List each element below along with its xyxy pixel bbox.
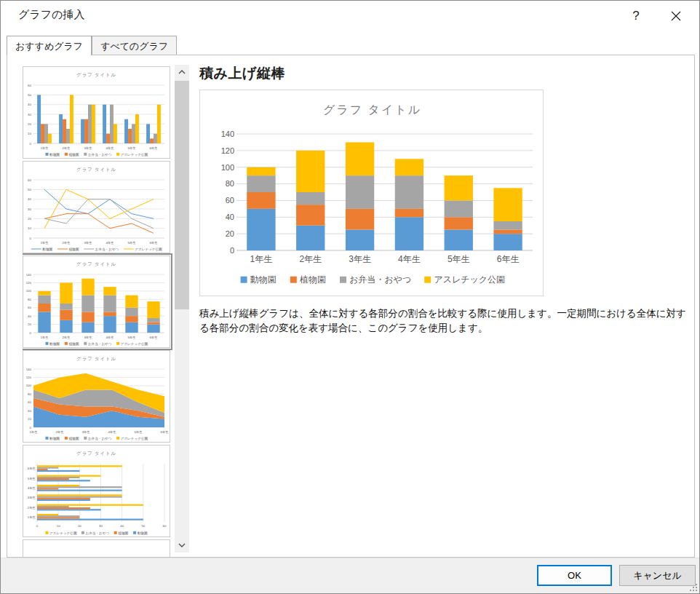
svg-text:0: 0 [30, 426, 32, 429]
svg-text:グラフ タイトル: グラフ タイトル [76, 72, 116, 77]
svg-text:20: 20 [226, 229, 234, 238]
preview-pane: 積み上げ縦棒 グラフ タイトル0204060801001201401年生2年生3… [199, 64, 691, 336]
svg-text:アスレチック公園: アスレチック公園 [121, 437, 148, 440]
svg-text:60: 60 [28, 178, 31, 182]
chart-thumbnail-clustered-column[interactable]: グラフ タイトル01020304050601年生2年生3年生4年生5年生6年生動… [23, 66, 170, 159]
svg-text:植物園: 植物園 [69, 341, 79, 346]
svg-text:10: 10 [28, 132, 31, 135]
dialog-title: グラフの挿入 [18, 8, 84, 22]
svg-text:40: 40 [120, 524, 124, 528]
tab-recommended-charts[interactable]: おすすめグラフ [7, 36, 92, 55]
svg-text:6年生: 6年生 [497, 254, 520, 264]
svg-text:0: 0 [30, 331, 32, 335]
svg-text:10: 10 [28, 226, 31, 230]
chart-thumbnail-clustered-bar[interactable]: グラフ タイトル01020304050601年生2年生3年生4年生5年生6年生ア… [23, 445, 170, 537]
svg-text:3年生: 3年生 [84, 146, 92, 150]
svg-text:4年生: 4年生 [398, 254, 421, 264]
svg-text:植物園: 植物園 [69, 152, 79, 157]
svg-text:40: 40 [28, 197, 31, 201]
svg-text:1年生: 1年生 [28, 515, 36, 519]
svg-text:5年生: 5年生 [134, 430, 143, 434]
svg-text:60: 60 [28, 400, 31, 404]
svg-text:お弁当・おやつ: お弁当・おやつ [88, 437, 112, 440]
tab-all-charts[interactable]: すべてのグラフ [92, 36, 177, 55]
svg-text:0: 0 [36, 524, 39, 528]
svg-text:植物園: 植物園 [69, 436, 79, 441]
svg-text:6年生: 6年生 [149, 336, 158, 339]
svg-text:50: 50 [28, 188, 31, 191]
svg-text:40: 40 [28, 103, 31, 106]
svg-text:10: 10 [57, 524, 60, 528]
svg-text:1年生: 1年生 [250, 254, 273, 264]
svg-text:20: 20 [28, 122, 31, 126]
svg-text:グラフ タイトル: グラフ タイトル [76, 356, 116, 361]
svg-text:動物園: 動物園 [49, 341, 60, 346]
resize-grip[interactable] [688, 582, 699, 593]
svg-text:グラフ タイトル: グラフ タイトル [323, 103, 421, 116]
svg-text:80: 80 [28, 392, 31, 396]
svg-text:アスレチック公園: アスレチック公園 [121, 153, 148, 157]
chart-thumbnail-partial[interactable] [23, 539, 170, 557]
scrollbar-thumb[interactable] [175, 81, 189, 309]
chevron-up-icon [178, 70, 186, 74]
chart-preview: グラフ タイトル0204060801001201401年生2年生3年生4年生5年… [199, 90, 544, 296]
svg-text:140: 140 [221, 130, 234, 138]
cancel-button[interactable]: キャンセル [619, 565, 696, 586]
svg-text:1年生: 1年生 [40, 146, 49, 150]
svg-text:4年生: 4年生 [28, 486, 36, 490]
svg-text:お弁当・おやつ: お弁当・おやつ [88, 153, 112, 157]
ok-button[interactable]: OK [537, 565, 612, 586]
close-button[interactable] [659, 1, 693, 31]
svg-text:3年生: 3年生 [84, 336, 92, 339]
svg-text:20: 20 [28, 217, 31, 221]
svg-text:植物園: 植物園 [69, 247, 79, 252]
svg-text:2年生: 2年生 [62, 146, 71, 150]
chart-thumbnail-stacked-column[interactable]: グラフ タイトル0204060801001201401年生2年生3年生4年生5年… [23, 256, 170, 348]
title-bar: グラフの挿入 ? [1, 1, 699, 34]
svg-text:60: 60 [28, 306, 31, 309]
chart-thumbnail-line[interactable]: グラフ タイトル01020304050601年生2年生3年生4年生5年生6年生動… [23, 161, 170, 253]
svg-text:5年生: 5年生 [127, 241, 136, 245]
svg-text:グラフ タイトル: グラフ タイトル [76, 451, 116, 456]
svg-text:5年生: 5年生 [127, 336, 136, 339]
svg-text:4年生: 4年生 [106, 241, 114, 245]
svg-text:40: 40 [28, 314, 31, 318]
scroll-down-button[interactable] [175, 538, 189, 553]
svg-text:4年生: 4年生 [106, 146, 114, 150]
svg-text:お弁当・おやつ: お弁当・おやつ [349, 274, 411, 285]
svg-text:3年生: 3年生 [349, 254, 371, 264]
svg-text:1年生: 1年生 [29, 430, 38, 434]
svg-text:80: 80 [226, 179, 234, 188]
svg-text:植物園: 植物園 [299, 274, 326, 285]
svg-text:3年生: 3年生 [84, 241, 92, 245]
svg-text:お弁当・おやつ: お弁当・おやつ [88, 342, 112, 346]
svg-text:グラフ タイトル: グラフ タイトル [76, 261, 116, 266]
scroll-up-button[interactable] [175, 65, 189, 79]
svg-text:40: 40 [28, 409, 31, 413]
svg-text:4年生: 4年生 [108, 430, 116, 434]
svg-text:30: 30 [28, 113, 31, 116]
svg-text:120: 120 [26, 281, 32, 285]
svg-text:アスレチック公園: アスレチック公園 [121, 342, 148, 346]
chevron-down-icon [178, 543, 186, 547]
svg-text:動物園: 動物園 [250, 274, 277, 285]
svg-text:100: 100 [221, 163, 234, 172]
svg-text:4年生: 4年生 [106, 336, 114, 339]
chart-type-heading: 積み上げ縦棒 [199, 64, 691, 83]
svg-text:1年生: 1年生 [40, 336, 49, 339]
svg-text:アスレチック公園: アスレチック公園 [434, 274, 505, 285]
dialog-footer: OK キャンセル [1, 558, 700, 594]
help-button[interactable]: ? [619, 1, 653, 31]
svg-text:1年生: 1年生 [40, 241, 49, 245]
svg-text:0: 0 [30, 237, 32, 240]
svg-text:0: 0 [30, 142, 32, 146]
svg-text:30: 30 [28, 207, 31, 211]
svg-text:20: 20 [28, 322, 31, 326]
svg-text:動物園: 動物園 [42, 247, 52, 252]
svg-text:2年生: 2年生 [28, 506, 36, 510]
svg-text:3年生: 3年生 [28, 496, 36, 499]
chart-thumbnail-stacked-area[interactable]: グラフ タイトル0204060801001201401年生2年生3年生4年生5年… [23, 350, 170, 443]
thumbnail-scrollbar[interactable] [175, 65, 189, 553]
svg-text:動物園: 動物園 [138, 531, 148, 536]
svg-text:120: 120 [26, 376, 32, 379]
